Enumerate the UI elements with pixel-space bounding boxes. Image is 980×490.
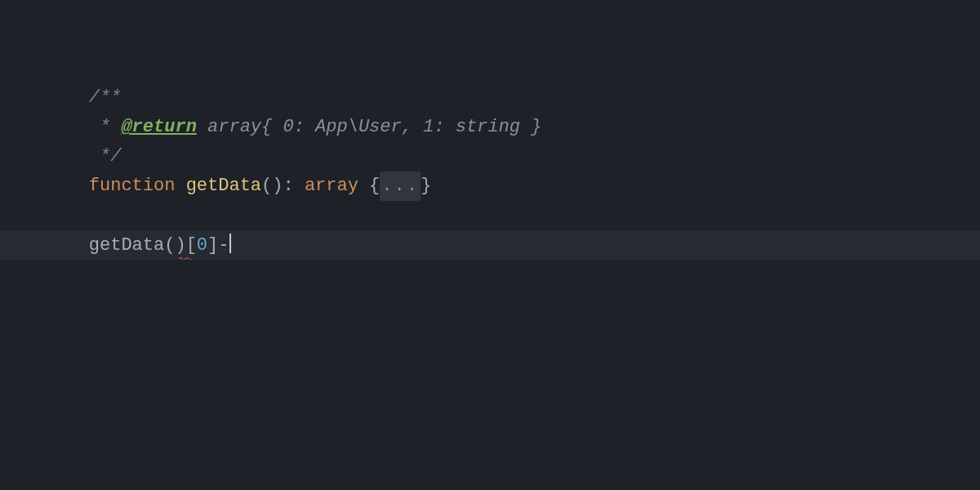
return-type: array	[305, 176, 359, 196]
index-literal: 0	[197, 235, 207, 256]
bracket-open: [	[186, 235, 197, 256]
text-cursor	[229, 234, 231, 253]
phpdoc-type: array{ 0: App\User, 1: string }	[197, 117, 541, 137]
colon: :	[283, 176, 304, 196]
docblock-close: */	[89, 146, 122, 167]
code-editor[interactable]: /** * @return array{ 0: App\User, 1: str…	[0, 0, 980, 490]
function-call: getData	[89, 235, 164, 256]
function-name: getData	[186, 176, 261, 196]
docblock-prefix: *	[89, 117, 122, 137]
brace-close: }	[421, 176, 431, 196]
space	[175, 176, 185, 196]
phpdoc-return-tag: @return	[121, 117, 196, 137]
code-fold-ellipsis[interactable]: ...	[380, 172, 421, 201]
space	[359, 176, 369, 196]
bracket-close: ]	[207, 235, 218, 256]
code-line[interactable]: function getData(): array {...}	[0, 142, 980, 172]
parentheses: ()	[261, 176, 283, 196]
brace-open: {	[369, 176, 380, 196]
keyword-function: function	[89, 176, 176, 196]
docblock-open: /**	[89, 87, 122, 108]
code-line[interactable]: /**	[0, 54, 980, 83]
dash-operator: -	[218, 235, 229, 256]
code-line-current[interactable]: getData()[0]-	[0, 201, 980, 230]
code-line[interactable]: * @return array{ 0: App\User, 1: string …	[0, 83, 980, 113]
parentheses: ()	[164, 235, 185, 256]
